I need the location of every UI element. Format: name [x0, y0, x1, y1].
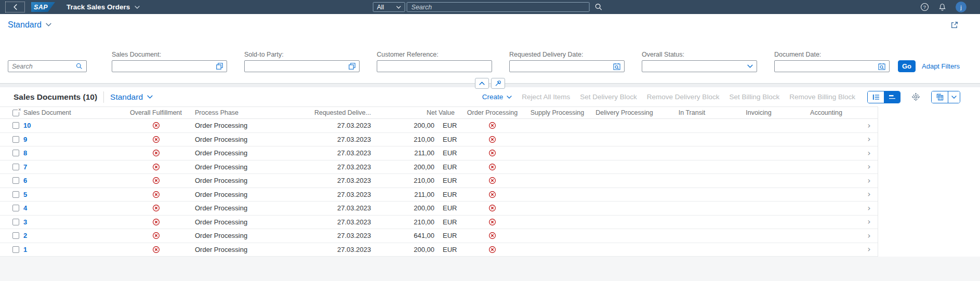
shell-search-input[interactable]: [407, 2, 590, 12]
accounting-cell: [792, 216, 860, 229]
toolbar-action-set-billing-block[interactable]: Set Billing Block: [729, 93, 779, 101]
row-checkbox[interactable]: [12, 150, 19, 156]
row-checkbox[interactable]: [12, 164, 19, 170]
view-condensed-button[interactable]: [884, 91, 900, 103]
column-header-order-processing[interactable]: Order Processing: [460, 107, 525, 118]
toolbar-action-set-delivery-block[interactable]: Set Delivery Block: [580, 93, 637, 101]
row-checkbox[interactable]: [12, 122, 19, 129]
sap-logo[interactable]: SAP: [31, 2, 55, 12]
filter-search-input[interactable]: [12, 63, 73, 70]
row-checkbox[interactable]: [12, 232, 19, 239]
toolbar-action-reject-all-items[interactable]: Reject All Items: [522, 93, 570, 101]
row-navigation-chevron[interactable]: ›: [867, 177, 870, 185]
overall-status-select[interactable]: [646, 63, 745, 70]
table-row[interactable]: 9Order Processing27.03.2023210,00EUR›: [0, 133, 878, 147]
requested-delivery-date-input[interactable]: [513, 63, 611, 70]
column-header-in-transit[interactable]: In Transit: [659, 107, 725, 118]
filter-field-overall-status[interactable]: [642, 60, 757, 72]
view-details-button[interactable]: [868, 91, 884, 103]
document-date-input[interactable]: [778, 63, 876, 70]
user-avatar[interactable]: j: [956, 2, 966, 12]
column-header-overall-fulfillment[interactable]: Overall Fulfillment: [117, 107, 195, 118]
share-button[interactable]: [950, 21, 959, 29]
search-button[interactable]: [595, 3, 603, 11]
deselect-all-checkbox[interactable]: ×: [8, 107, 23, 118]
date-picker-icon[interactable]: [878, 63, 885, 70]
toolbar-action-remove-billing-block[interactable]: Remove Billing Block: [789, 93, 855, 101]
row-navigation-chevron[interactable]: ›: [867, 135, 870, 143]
sales-document-link[interactable]: 4: [23, 204, 27, 212]
table-row[interactable]: 6Order Processing27.03.2023210,00EUR›: [0, 174, 878, 188]
search-scope-select[interactable]: All: [373, 2, 405, 12]
row-navigation-chevron[interactable]: ›: [867, 163, 870, 171]
filter-field-requested-delivery-date[interactable]: [509, 60, 625, 72]
sales-document-link[interactable]: 10: [23, 122, 31, 129]
row-navigation-chevron[interactable]: ›: [867, 204, 870, 212]
app-title-menu[interactable]: Track Sales Orders: [67, 3, 140, 11]
export-menu-button[interactable]: [948, 91, 960, 103]
column-header-sales-document[interactable]: Sales Document: [23, 107, 117, 118]
sales-document-link[interactable]: 3: [23, 218, 27, 226]
table-row[interactable]: 4Order Processing27.03.2023200,00EUR›: [0, 202, 878, 216]
sales-document-input[interactable]: [116, 63, 214, 70]
table-row[interactable]: 2Order Processing27.03.2023641,00EUR›: [0, 229, 878, 243]
row-navigation-chevron[interactable]: ›: [867, 149, 870, 157]
sales-document-link[interactable]: 6: [23, 177, 27, 184]
row-navigation-chevron[interactable]: ›: [867, 190, 870, 198]
pin-filter-bar-button[interactable]: [491, 78, 505, 89]
table-row[interactable]: 5Order Processing27.03.2023211,00EUR›: [0, 188, 878, 202]
table-row[interactable]: 8Order Processing27.03.2023211,00EUR›: [0, 146, 878, 160]
search-icon[interactable]: [76, 63, 83, 70]
row-navigation-chevron[interactable]: ›: [867, 232, 870, 240]
sales-document-link[interactable]: 7: [23, 163, 27, 171]
go-button[interactable]: Go: [898, 60, 916, 72]
notifications-button[interactable]: [938, 3, 946, 11]
sales-document-link[interactable]: 5: [23, 191, 27, 198]
row-checkbox[interactable]: [12, 205, 19, 211]
sold-to-party-input[interactable]: [248, 63, 346, 70]
help-button[interactable]: ?: [920, 3, 929, 11]
table-row[interactable]: 1Order Processing27.03.2023200,00EUR›: [0, 243, 878, 257]
page-variant-selector[interactable]: Standard: [8, 20, 51, 30]
table-row[interactable]: 10Order Processing27.03.2023200,00EUR›: [0, 119, 878, 133]
row-checkbox[interactable]: [12, 177, 19, 184]
table-variant-selector[interactable]: Standard: [103, 91, 153, 103]
adapt-filters-button[interactable]: Adapt Filters: [922, 60, 960, 72]
column-header-net-value[interactable]: Net Value: [374, 107, 460, 118]
column-header-requested-delivery-date[interactable]: Requested Delive...: [307, 107, 374, 118]
row-navigation-chevron[interactable]: ›: [867, 122, 870, 130]
value-help-icon[interactable]: [349, 63, 355, 70]
column-header-process-phase[interactable]: Process Phase: [195, 107, 307, 118]
value-help-icon[interactable]: [216, 63, 223, 70]
customer-reference-input[interactable]: [381, 63, 488, 70]
sales-document-link[interactable]: 1: [23, 246, 27, 253]
sales-document-link[interactable]: 8: [23, 149, 27, 157]
row-checkbox[interactable]: [12, 136, 19, 143]
filter-search-field[interactable]: [8, 60, 87, 72]
row-checkbox[interactable]: [12, 246, 19, 253]
table-row[interactable]: 7Order Processing27.03.2023200,00EUR›: [0, 160, 878, 175]
column-header-delivery-processing[interactable]: Delivery Processing: [590, 107, 659, 118]
table-row[interactable]: 3Order Processing27.03.2023210,00EUR›: [0, 216, 878, 230]
column-header-supply-processing[interactable]: Supply Processing: [525, 107, 590, 118]
sales-document-link[interactable]: 2: [23, 232, 27, 239]
sales-document-link[interactable]: 9: [23, 136, 27, 143]
date-picker-icon[interactable]: [613, 63, 620, 70]
back-button[interactable]: [5, 2, 25, 12]
column-header-invoicing[interactable]: Invoicing: [725, 107, 792, 118]
table-settings-button[interactable]: [911, 92, 920, 101]
row-checkbox[interactable]: [12, 191, 19, 198]
column-header-accounting[interactable]: Accounting: [792, 107, 860, 118]
row-navigation-chevron[interactable]: ›: [867, 245, 870, 253]
collapse-filter-bar-button[interactable]: [475, 78, 489, 89]
filter-field-sales-document[interactable]: [112, 60, 227, 72]
row-checkbox[interactable]: [12, 219, 19, 225]
filter-field-customer-reference[interactable]: [377, 60, 492, 72]
create-button[interactable]: Create: [482, 93, 512, 101]
row-navigation-chevron[interactable]: ›: [867, 218, 870, 226]
toolbar-action-remove-delivery-block[interactable]: Remove Delivery Block: [647, 93, 720, 101]
chevron-down-icon[interactable]: [747, 64, 753, 68]
filter-field-sold-to-party[interactable]: [244, 60, 360, 72]
filter-field-document-date[interactable]: [774, 60, 890, 72]
export-button[interactable]: [932, 91, 948, 103]
